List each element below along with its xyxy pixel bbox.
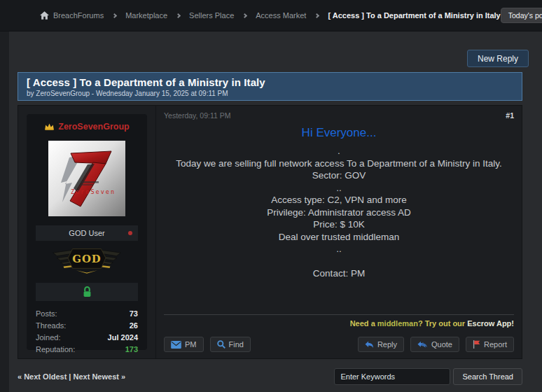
post-line: Price: $ 10K bbox=[164, 218, 514, 231]
search-thread-button[interactable]: Search Thread bbox=[453, 368, 522, 385]
right-actions: Reply Quote bbox=[358, 337, 514, 352]
todays-posts-button[interactable]: Today's posts bbox=[501, 8, 542, 23]
god-badge-text: GOD bbox=[72, 253, 101, 265]
post-body: Yesterday, 09:11 PM #1 Hi Everyone... . … bbox=[156, 106, 522, 358]
escrow-text: ? Try out our bbox=[418, 319, 467, 328]
thread-search: Search Thread bbox=[334, 368, 522, 385]
stat-value: 73 bbox=[130, 308, 138, 320]
stat-value: 26 bbox=[130, 320, 138, 332]
avatar-text: ZeroSeven bbox=[71, 188, 116, 195]
thread-header: [ Access ] To a Department of a Ministry… bbox=[18, 72, 522, 101]
top-breadcrumb-bar: BreachForums Marketplace Sellers Place A… bbox=[0, 0, 542, 31]
breadcrumb-item-sellers-place[interactable]: Sellers Place bbox=[189, 11, 234, 20]
post-line: Today we are selling full network access… bbox=[164, 158, 514, 170]
avatar[interactable]: ZeroSeven bbox=[48, 141, 125, 216]
quote-label: Quote bbox=[431, 340, 452, 349]
reply-icon bbox=[365, 341, 374, 349]
chevron-right-icon bbox=[314, 13, 319, 18]
stat-label: Joined: bbox=[36, 332, 60, 344]
lock-bar bbox=[36, 283, 138, 301]
post-message: . Today we are selling full network acce… bbox=[164, 145, 514, 280]
pm-button[interactable]: PM bbox=[164, 337, 204, 352]
breadcrumb-item-marketplace[interactable]: Marketplace bbox=[125, 11, 167, 20]
author-column: ZeroSevenGroup bbox=[18, 106, 156, 358]
post-line: .. bbox=[164, 182, 514, 195]
chevron-right-icon bbox=[242, 13, 247, 18]
breadcrumb-home[interactable]: BreachForums bbox=[40, 11, 104, 20]
usertitle-bar: GOD User bbox=[36, 225, 138, 241]
avatar-seven-bar bbox=[71, 151, 111, 164]
lock-icon bbox=[82, 286, 92, 298]
reply-label: Reply bbox=[377, 340, 397, 349]
post-line: . bbox=[164, 145, 514, 158]
post-line: Sector: GOV bbox=[164, 169, 514, 182]
chevron-right-icon bbox=[112, 13, 117, 18]
flag-icon bbox=[473, 340, 480, 349]
escrow-middleman-text: middleman bbox=[377, 319, 418, 328]
post-footer: Need a middleman? Try out our Escrow App… bbox=[164, 314, 514, 352]
post-line: Access type: C2, VPN and more bbox=[164, 194, 514, 206]
breadcrumb-home-label: BreachForums bbox=[53, 11, 104, 20]
thread-title: [ Access ] To a Department of a Ministry… bbox=[27, 76, 513, 88]
escrow-text: Need a bbox=[350, 319, 377, 328]
avatar-small-label bbox=[81, 181, 99, 183]
post-actions: PM Find Reply bbox=[164, 337, 514, 352]
page-background: New Reply [ Access ] To a Department of … bbox=[9, 31, 542, 392]
usertitle-label: GOD User bbox=[69, 229, 104, 237]
home-icon bbox=[40, 11, 49, 20]
report-label: Report bbox=[484, 340, 507, 349]
reply-button[interactable]: Reply bbox=[358, 337, 404, 352]
prev-next-navigation[interactable]: « Next Oldest | Next Newest » bbox=[18, 372, 125, 381]
quote-icon bbox=[417, 341, 428, 349]
post-line: Contact: PM bbox=[164, 267, 514, 280]
crown-icon bbox=[44, 122, 55, 131]
search-icon bbox=[217, 340, 225, 349]
stat-row-posts: Posts: 73 bbox=[36, 308, 138, 320]
envelope-icon bbox=[171, 341, 181, 349]
escrow-app-link[interactable]: Escrow App! bbox=[467, 319, 514, 328]
stat-row-reputation: Reputation: 173 bbox=[36, 344, 138, 356]
new-reply-button[interactable]: New Reply bbox=[467, 50, 529, 67]
author-username: ZeroSevenGroup bbox=[58, 122, 129, 132]
quote-button[interactable]: Quote bbox=[410, 337, 459, 352]
post-line: Privilege: Administrator access AD bbox=[164, 206, 514, 219]
thread-footer: « Next Oldest | Next Newest » Search Thr… bbox=[18, 367, 522, 386]
author-stats: Posts: 73 Threads: 26 Joined: Jul 2024 R… bbox=[36, 308, 138, 356]
god-badge: GOD bbox=[50, 247, 123, 278]
stat-value-reputation[interactable]: 173 bbox=[125, 344, 138, 356]
breadcrumb-item-access-market[interactable]: Access Market bbox=[256, 11, 306, 20]
post-line bbox=[164, 255, 514, 268]
post-divider bbox=[164, 314, 514, 315]
post-line: .. bbox=[164, 243, 514, 255]
status-dot bbox=[128, 231, 132, 235]
stat-row-joined: Joined: Jul 2024 bbox=[36, 332, 138, 344]
find-label: Find bbox=[229, 340, 244, 349]
pm-label: PM bbox=[185, 340, 197, 349]
author-username-link[interactable]: ZeroSevenGroup bbox=[36, 122, 138, 132]
escrow-note: Need a middleman? Try out our Escrow App… bbox=[164, 319, 514, 328]
post-line: Deal over trusted middleman bbox=[164, 231, 514, 244]
search-input[interactable] bbox=[334, 368, 450, 385]
post-number-link[interactable]: #1 bbox=[506, 111, 514, 120]
stat-label: Reputation: bbox=[36, 344, 75, 356]
author-panel: ZeroSevenGroup bbox=[27, 114, 147, 350]
report-button[interactable]: Report bbox=[466, 337, 514, 352]
avatar-small-label bbox=[81, 184, 93, 186]
post-container: ZeroSevenGroup bbox=[18, 105, 522, 359]
breadcrumb-current-thread[interactable]: [ Access ] To a Department of a Ministry… bbox=[328, 11, 500, 20]
stat-value: Jul 2024 bbox=[108, 332, 138, 344]
stat-row-threads: Threads: 26 bbox=[36, 320, 138, 332]
post-greeting: Hi Everyone... bbox=[164, 126, 514, 140]
stat-label: Posts: bbox=[36, 308, 57, 320]
chevron-right-icon bbox=[176, 13, 181, 18]
thread-byline: by ZeroSevenGroup - Wednesday January 15… bbox=[27, 90, 513, 97]
stat-label: Threads: bbox=[36, 320, 66, 332]
find-button[interactable]: Find bbox=[210, 337, 251, 352]
post-date-row: Yesterday, 09:11 PM #1 bbox=[164, 111, 514, 120]
post-date: Yesterday, 09:11 PM bbox=[164, 111, 231, 120]
